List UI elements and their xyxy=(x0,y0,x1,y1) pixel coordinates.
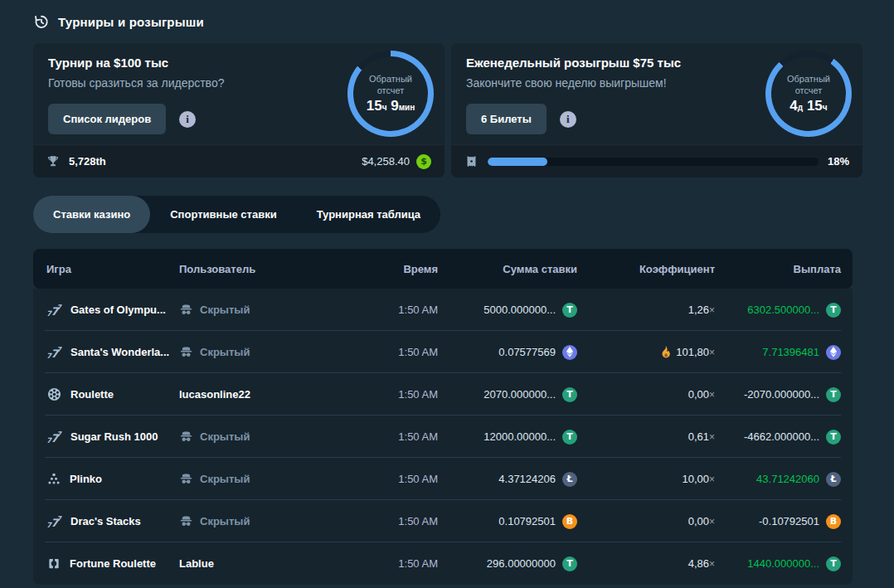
table-row[interactable]: Fortune Roulette Lablue 1:50 AM 296.0000… xyxy=(33,542,853,585)
time-cell: 1:50 AM xyxy=(328,515,438,527)
payout-cell: 1440.000000... T xyxy=(717,556,853,571)
user-cell[interactable]: lucasonline22 xyxy=(179,388,328,401)
slots-icon: 777 xyxy=(46,429,62,445)
game-cell[interactable]: Fortune Roulette xyxy=(33,556,179,571)
btc-coin-icon: B xyxy=(562,514,577,529)
game-cell[interactable]: 777 Drac's Stacks xyxy=(33,513,179,529)
time-cell: 1:50 AM xyxy=(328,388,438,401)
countdown-label: Обратный xyxy=(369,73,412,85)
multiplier-value: 4,86× xyxy=(688,557,715,570)
time-cell: 1:50 AM xyxy=(328,473,438,485)
user-cell: Скрытый xyxy=(179,514,328,528)
incognito-icon xyxy=(179,303,193,317)
tab-0[interactable]: Ставки казино xyxy=(33,196,150,233)
multiplier-cell: 0,61× xyxy=(592,430,717,443)
column-header-bet: Сумма ставки xyxy=(438,263,592,275)
table-header: Игра Пользователь Время Сумма ставки Коэ… xyxy=(33,249,853,289)
time-cell: 1:50 AM xyxy=(328,346,438,358)
game-cell[interactable]: 777 Sugar Rush 1000 xyxy=(33,429,179,445)
bet-amount: 2070.000000... xyxy=(483,388,556,401)
payout-amount: 1440.000000... xyxy=(747,557,819,570)
countdown-value: 4д 15ч xyxy=(790,98,827,114)
time-cell: 1:50 AM xyxy=(328,430,438,443)
tether-coin-icon: T xyxy=(826,430,841,445)
user-cell: Скрытый xyxy=(179,472,328,486)
incognito-icon xyxy=(179,430,193,444)
raffle-card: Еженедельный розыгрыш $75 тыс Закончите … xyxy=(451,43,862,177)
username: Скрытый xyxy=(200,473,250,485)
bet-amount: 12000.00000... xyxy=(483,430,556,443)
page-header: Турниры и розыгрыши xyxy=(33,13,862,30)
column-header-user: Пользователь xyxy=(179,263,328,275)
info-icon[interactable]: i xyxy=(179,111,196,128)
tether-coin-icon: T xyxy=(826,303,841,318)
user-cell: Скрытый xyxy=(179,430,328,444)
table-row[interactable]: 777 Drac's Stacks Скрытый 1:50 AM 0.1079… xyxy=(33,500,853,542)
table-row[interactable]: Roulette lucasonline22 1:50 AM 2070.0000… xyxy=(33,373,853,415)
raffle-progress-fill xyxy=(488,158,547,166)
game-name: Plinko xyxy=(70,473,102,485)
multiplier-value: 0,00× xyxy=(688,388,715,401)
payout-amount: 7.71396481 xyxy=(762,346,819,358)
game-cell[interactable]: Plinko xyxy=(33,472,179,487)
user-cell: Скрытый xyxy=(179,345,328,359)
game-name: Gates of Olympu... xyxy=(70,304,166,316)
bet-amount-cell: 0.07577569 xyxy=(438,345,592,360)
table-row[interactable]: 777 Sugar Rush 1000 Скрытый 1:50 AM 1200… xyxy=(33,415,853,458)
tab-1[interactable]: Спортивные ставки xyxy=(150,196,296,233)
multiplier-cell: 4,86× xyxy=(592,557,717,570)
time-cell: 1:50 AM xyxy=(328,557,438,570)
bet-amount: 296.00000000 xyxy=(487,557,556,570)
table-row[interactable]: 777 Santa's Wonderla... Скрытый 1:50 AM … xyxy=(33,331,853,373)
multiplier-value: 1,26× xyxy=(688,304,715,316)
ticket-icon xyxy=(464,154,479,168)
tickets-button[interactable]: 6 Билеты xyxy=(466,104,547,134)
game-name: Roulette xyxy=(70,388,114,401)
column-header-time: Время xyxy=(328,263,438,275)
multiplier-value: 101,80× xyxy=(676,346,715,358)
game-cell[interactable]: 777 Santa's Wonderla... xyxy=(33,344,179,360)
multiplier-value: 0,61× xyxy=(688,430,715,443)
tab-2[interactable]: Турнирная таблица xyxy=(297,196,440,233)
bets-tabs: Ставки казиноСпортивные ставкиТурнирная … xyxy=(33,196,440,233)
raffle-progress-bar xyxy=(488,158,819,166)
multiplier-cell: 1,26× xyxy=(592,304,717,316)
plinko-icon xyxy=(46,472,61,487)
bets-table: Игра Пользователь Время Сумма ставки Коэ… xyxy=(33,249,853,585)
bet-amount: 0.07577569 xyxy=(498,346,556,358)
bet-amount-cell: 0.10792501 B xyxy=(438,514,592,529)
tether-coin-icon: T xyxy=(562,387,577,402)
column-header-game: Игра xyxy=(33,263,179,275)
leaderboard-button[interactable]: Список лидеров xyxy=(48,104,166,134)
tournament-timer-icon xyxy=(33,13,50,30)
svg-text:7: 7 xyxy=(57,430,62,438)
multiplier-cell: 0,00× xyxy=(592,515,717,527)
incognito-icon xyxy=(179,514,193,528)
game-cell[interactable]: Roulette xyxy=(33,386,179,402)
table-row[interactable]: Plinko Скрытый 1:50 AM 4.37124206 Ł 10,0… xyxy=(33,458,853,500)
info-icon[interactable]: i xyxy=(560,111,576,128)
countdown-ring: Обратный отсчет 15ч 9мин xyxy=(347,51,434,137)
live-casino-icon xyxy=(46,556,61,571)
slots-icon: 777 xyxy=(46,302,62,318)
time-cell: 1:50 AM xyxy=(328,304,438,316)
countdown-label: Обратный xyxy=(787,73,830,85)
username: Lablue xyxy=(179,557,214,570)
tether-coin-icon: T xyxy=(826,556,841,571)
bet-amount-cell: 4.37124206 Ł xyxy=(438,472,592,487)
svg-text:7: 7 xyxy=(57,515,62,522)
column-header-multiplier: Коэффициент xyxy=(592,263,717,275)
tether-coin-icon: T xyxy=(562,556,577,571)
payout-cell: -0.10792501 B xyxy=(717,514,853,529)
multiplier-value: 0,00× xyxy=(688,515,715,527)
table-row[interactable]: 777 Gates of Olympu... Скрытый 1:50 AM 5… xyxy=(33,289,853,331)
username: Скрытый xyxy=(200,515,250,527)
multiplier-cell: 10,00× xyxy=(592,473,717,485)
tournament-rank: 5,728th xyxy=(69,155,106,168)
svg-text:7: 7 xyxy=(57,304,62,311)
user-cell[interactable]: Lablue xyxy=(179,557,328,570)
payout-amount: -2070.000000... xyxy=(744,388,819,401)
raffle-progress-label: 18% xyxy=(828,155,849,168)
game-cell[interactable]: 777 Gates of Olympu... xyxy=(33,302,179,318)
ltc-coin-icon: Ł xyxy=(826,472,841,487)
